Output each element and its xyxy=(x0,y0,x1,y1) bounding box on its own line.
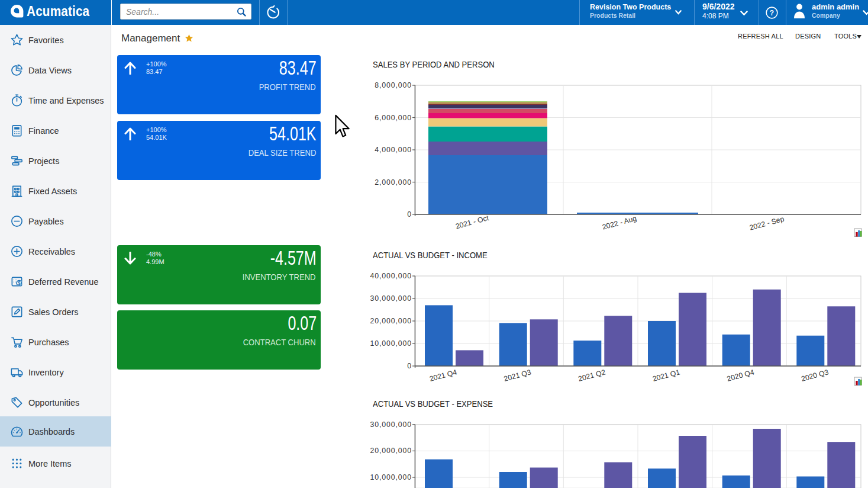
svg-text:2021 Q3: 2021 Q3 xyxy=(503,368,532,383)
svg-text:20,000,000: 20,000,000 xyxy=(370,447,412,455)
svg-text:0: 0 xyxy=(407,362,412,370)
svg-text:2020 Q4: 2020 Q4 xyxy=(726,368,755,383)
svg-text:2021 Q1: 2021 Q1 xyxy=(651,368,680,383)
svg-text:6,000,000: 6,000,000 xyxy=(375,114,412,122)
svg-text:0: 0 xyxy=(407,210,412,219)
svg-text:4,000,000: 4,000,000 xyxy=(375,146,412,154)
svg-text:2022 - Aug: 2022 - Aug xyxy=(601,214,637,232)
svg-text:40,000,000: 40,000,000 xyxy=(370,272,412,280)
svg-text:30,000,000: 30,000,000 xyxy=(370,294,412,303)
svg-text:$: $ xyxy=(18,281,21,286)
svg-text:2021 - Oct: 2021 - Oct xyxy=(454,214,490,231)
svg-text:2,000,000: 2,000,000 xyxy=(375,178,412,187)
svg-text:2020 Q3: 2020 Q3 xyxy=(801,368,830,383)
svg-text:2022 - Sep: 2022 - Sep xyxy=(748,215,785,232)
svg-text:2021 Q4: 2021 Q4 xyxy=(428,368,457,383)
svg-text:?: ? xyxy=(770,9,774,17)
svg-text:20,000,000: 20,000,000 xyxy=(370,317,412,325)
svg-text:8,000,000: 8,000,000 xyxy=(375,81,412,89)
svg-text:10,000,000: 10,000,000 xyxy=(370,473,412,481)
svg-text:30,000,000: 30,000,000 xyxy=(370,420,412,429)
svg-text:10,000,000: 10,000,000 xyxy=(370,339,412,348)
svg-text:2021 Q2: 2021 Q2 xyxy=(577,368,606,383)
